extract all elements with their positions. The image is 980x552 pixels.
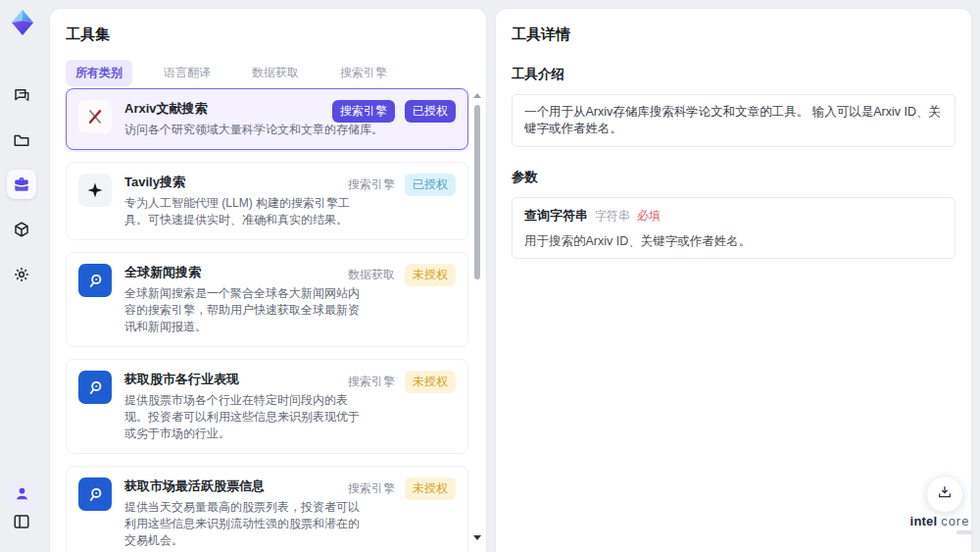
news-search-icon bbox=[78, 371, 112, 404]
category-label: 搜索引擎 bbox=[348, 374, 395, 390]
tool-card-sector-performance[interactable]: 获取股市各行业表现 提供股票市场各个行业在特定时间段内的表现。投资者可以利用这些… bbox=[66, 359, 468, 454]
tool-list-panel: 工具集 所有类别 语言翻译 数据获取 搜索引擎 Arxiv文献搜索 访问各个研究… bbox=[49, 8, 487, 552]
tool-list: Arxiv文献搜索 访问各个研究领域大量科学论文和文章的存储库。 搜索引擎 已授… bbox=[66, 88, 468, 552]
chat-icon bbox=[13, 86, 30, 104]
download-icon bbox=[937, 484, 953, 504]
category-label: 搜索引擎 bbox=[348, 480, 395, 497]
intro-box: 一个用于从Arxiv存储库搜索科学论文和文章的工具。 输入可以是Arxiv ID… bbox=[512, 94, 956, 147]
tool-card-arxiv[interactable]: Arxiv文献搜索 访问各个研究领域大量科学论文和文章的存储库。 搜索引擎 已授… bbox=[66, 88, 468, 150]
param-description: 用于搜索的Arxiv ID、关键字或作者姓名。 bbox=[524, 233, 943, 249]
tool-description: 提供当天交易量最高的股票列表，投资者可以利用这些信息来识别流动性强的股票和潜在的… bbox=[124, 499, 362, 549]
tool-description: 提供股票市场各个行业在特定时间段内的表现。投资者可以利用这些信息来识别表现优于或… bbox=[124, 392, 362, 442]
auth-status-badge: 未授权 bbox=[405, 477, 456, 500]
scrollbar-thumb[interactable] bbox=[474, 105, 480, 279]
app-sidebar bbox=[0, 0, 45, 552]
download-button[interactable] bbox=[926, 476, 963, 513]
news-search-icon bbox=[78, 264, 112, 297]
panel-toggle-icon bbox=[13, 513, 30, 530]
tool-name: 获取市场最活跃股票信息 bbox=[124, 478, 362, 494]
auth-status-badge: 已授权 bbox=[405, 100, 456, 123]
param-required-flag: 必填 bbox=[637, 208, 661, 225]
tool-description: 全球新闻搜索是一个聚合全球各大新闻网站内容的搜索引擎，帮助用户快速获取全球最新资… bbox=[124, 285, 362, 335]
tab-search-engine[interactable]: 搜索引擎 bbox=[330, 60, 397, 86]
tool-name: 获取股市各行业表现 bbox=[124, 372, 362, 387]
star-icon bbox=[78, 174, 112, 207]
cube-icon bbox=[13, 221, 30, 238]
brand-sub-mark bbox=[956, 530, 972, 534]
tab-data-fetch[interactable]: 数据获取 bbox=[242, 60, 309, 86]
auth-status-badge: 未授权 bbox=[405, 264, 456, 286]
page-title: 工具集 bbox=[50, 9, 486, 44]
tool-card-tavily[interactable]: Tavily搜索 专为人工智能代理 (LLM) 构建的搜索引擎工具。可快速提供实… bbox=[66, 162, 468, 240]
sidebar-item-account[interactable] bbox=[7, 478, 36, 508]
auth-status-badge: 未授权 bbox=[405, 371, 456, 393]
sidebar-item-models[interactable] bbox=[7, 215, 36, 244]
intel-core-logo: intel core bbox=[907, 514, 972, 534]
param-box: 查询字符串 字符串 必填 用于搜索的Arxiv ID、关键字或作者姓名。 bbox=[512, 197, 956, 259]
news-search-icon bbox=[78, 477, 112, 511]
sidebar-item-collapse[interactable] bbox=[7, 507, 36, 536]
brand-core-text: core bbox=[941, 514, 969, 528]
auth-status-badge: 已授权 bbox=[405, 174, 456, 196]
tool-description: 专为人工智能代理 (LLM) 构建的搜索引擎工具。可快速提供实时、准确和真实的结… bbox=[124, 195, 362, 228]
sidebar-item-settings[interactable] bbox=[7, 260, 36, 289]
category-badge: 搜索引擎 bbox=[332, 100, 395, 123]
scrollbar-down-arrow[interactable] bbox=[473, 535, 481, 540]
list-scrollbar[interactable] bbox=[473, 91, 481, 542]
category-label: 数据获取 bbox=[348, 267, 395, 283]
category-tabs: 所有类别 语言翻译 数据获取 搜索引擎 bbox=[50, 44, 486, 86]
tool-detail-panel: 工具详情 工具介绍 一个用于从Arxiv存储库搜索科学论文和文章的工具。 输入可… bbox=[495, 8, 972, 552]
brand-intel-text: intel bbox=[910, 514, 938, 528]
detail-title: 工具详情 bbox=[496, 9, 971, 44]
tool-name: 全球新闻搜索 bbox=[124, 265, 362, 280]
user-icon bbox=[14, 485, 30, 502]
tab-all-categories[interactable]: 所有类别 bbox=[66, 60, 132, 86]
params-heading: 参数 bbox=[512, 169, 956, 186]
sidebar-item-chat[interactable] bbox=[7, 80, 36, 110]
gear-icon bbox=[13, 266, 30, 283]
tool-description: 访问各个研究领域大量科学论文和文章的存储库。 bbox=[124, 122, 383, 138]
scrollbar-up-arrow[interactable] bbox=[473, 93, 481, 98]
tool-card-global-news[interactable]: 全球新闻搜索 全球新闻搜索是一个聚合全球各大新闻网站内容的搜索引擎，帮助用户快速… bbox=[66, 252, 468, 347]
param-name: 查询字符串 bbox=[524, 207, 588, 225]
app-logo-icon bbox=[8, 8, 37, 37]
category-label: 搜索引擎 bbox=[348, 176, 395, 193]
intro-text: 一个用于从Arxiv存储库搜索科学论文和文章的工具。 输入可以是Arxiv ID… bbox=[524, 104, 943, 137]
tool-card-most-active-stocks[interactable]: 获取市场最活跃股票信息 提供当天交易量最高的股票列表，投资者可以利用这些信息来识… bbox=[66, 466, 468, 552]
sidebar-item-files[interactable] bbox=[7, 125, 36, 155]
tab-language-translation[interactable]: 语言翻译 bbox=[154, 60, 220, 86]
arxiv-icon bbox=[78, 100, 112, 133]
toolbox-icon bbox=[13, 176, 30, 193]
param-type: 字符串 bbox=[595, 208, 630, 225]
sidebar-item-toolbox[interactable] bbox=[7, 170, 36, 199]
tool-name: Tavily搜索 bbox=[124, 175, 362, 190]
intro-heading: 工具介绍 bbox=[512, 66, 956, 83]
folder-icon bbox=[13, 131, 30, 149]
